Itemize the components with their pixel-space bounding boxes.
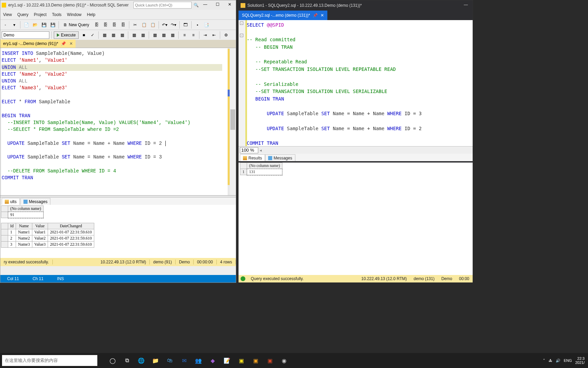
menu-view[interactable]: View <box>3 12 12 17</box>
activity-icon[interactable]: ▪ <box>194 21 201 29</box>
tab-messages[interactable]: Messages <box>265 154 295 161</box>
tab-messages[interactable]: Messages <box>20 198 51 205</box>
minimize-button[interactable]: — <box>200 2 210 8</box>
uncomment-icon[interactable]: ≡ <box>190 31 197 39</box>
table-row[interactable]: 2 Name2 Value2 2021-01-07 22:31:59.610 <box>1 235 94 242</box>
table-row[interactable]: 1 Name1 Value1 2021-01-07 22:31:59.610 <box>1 229 94 235</box>
include-stats-icon[interactable]: ▦ <box>139 31 147 39</box>
pycharm-icon[interactable]: ▣ <box>236 355 246 366</box>
execute-button[interactable]: Execute <box>54 31 79 39</box>
table-row[interactable]: 1 131 <box>240 169 282 175</box>
window-titlebar-left[interactable]: ery1.sql - 10.222.49.13.Demo (demo (91))… <box>0 0 236 10</box>
nav-fwd-icon[interactable]: ▾ <box>11 21 18 29</box>
results-file-icon[interactable]: ▦ <box>169 31 176 39</box>
indent-icon[interactable]: ⇥ <box>201 31 209 39</box>
maximize-button[interactable]: ☐ <box>213 2 222 8</box>
windows-taskbar[interactable]: 在这里输入你要搜索的内容 ◯ ⧉ 🌐 📁 🛍 ✉ 👥 ◆ 📝 ▣ ▣ ▣ ◉ ˄… <box>0 353 588 368</box>
save-all-icon[interactable]: 💾 <box>49 21 56 29</box>
analysis-icon[interactable]: 🗄 <box>102 21 109 29</box>
new-query-button[interactable]: 🗎 New Query <box>61 21 92 29</box>
properties-icon[interactable]: 🗔 <box>182 21 189 29</box>
grid1-header: (No column name) <box>8 206 44 212</box>
specify-values-icon[interactable]: ⚙ <box>222 31 230 39</box>
rgrid-cell[interactable]: 131 <box>247 169 282 175</box>
tab-pin-icon[interactable]: 📌 <box>313 13 318 18</box>
is-icon[interactable]: 🗄 <box>119 21 127 29</box>
menu-help[interactable]: Help <box>87 12 96 17</box>
table-row[interactable]: 91 <box>1 212 44 218</box>
stop-icon[interactable]: ■ <box>80 31 87 39</box>
ime-indicator[interactable]: ENG <box>564 358 572 363</box>
ssms-window-right[interactable]: Solution1 - SQLQuery2.sql - 10.222.49.13… <box>238 0 473 281</box>
report-icon[interactable]: 🗄 <box>111 21 118 29</box>
intellij-icon[interactable]: ▣ <box>250 355 261 366</box>
network-icon[interactable]: 🖧 <box>549 358 552 363</box>
tray-time[interactable]: 22:3 <box>575 356 585 361</box>
paste-icon[interactable]: 📋 <box>149 21 157 29</box>
results-grid-right[interactable]: (No column name) 1 131 <box>239 163 473 275</box>
open-icon[interactable]: 📂 <box>31 21 39 29</box>
task-view-icon[interactable]: ⧉ <box>122 355 132 366</box>
obs-icon[interactable]: ◉ <box>279 355 289 366</box>
ssms-window-left[interactable]: ery1.sql - 10.222.49.13.Demo (demo (91))… <box>0 0 236 283</box>
query-options-icon[interactable]: ▦ <box>110 31 117 39</box>
database-combo[interactable] <box>2 31 49 39</box>
tray-chevron-icon[interactable]: ˄ <box>543 358 545 363</box>
outdent-icon[interactable]: ⇤ <box>210 31 218 39</box>
estimated-plan-icon[interactable]: ▦ <box>101 31 108 39</box>
template-icon[interactable]: 📑 <box>202 21 210 29</box>
quick-launch-input[interactable] <box>133 2 192 9</box>
intellisense-icon[interactable]: ▦ <box>118 31 126 39</box>
fold-toggle-icon[interactable]: - <box>240 34 243 37</box>
cortana-icon[interactable]: ◯ <box>108 355 118 366</box>
tab-results[interactable]: Results <box>240 154 265 161</box>
tab-results[interactable]: ults <box>2 198 20 205</box>
store-icon[interactable]: 🛍 <box>165 355 175 366</box>
volume-icon[interactable]: 🔊 <box>556 358 560 363</box>
teams-icon[interactable]: 👥 <box>193 355 203 366</box>
search-icon[interactable]: 🔍 <box>194 3 198 7</box>
taskbar-search-input[interactable]: 在这里输入你要搜索的内容 <box>2 355 97 366</box>
grid1-cell[interactable]: 91 <box>8 212 44 218</box>
system-tray[interactable]: ˄ 🖧 🔊 ENG 22:3 2021/ <box>543 356 588 365</box>
menu-project[interactable]: Project <box>34 12 46 17</box>
new-item-icon[interactable]: 📄 <box>22 21 30 29</box>
results-grid-left[interactable]: (No column name) 91 Id Name Value DateCh… <box>0 205 236 266</box>
copy-icon[interactable]: 📋 <box>140 21 148 29</box>
tab-close-icon[interactable]: ✕ <box>69 41 74 46</box>
mail-icon[interactable]: ✉ <box>179 355 189 366</box>
window-titlebar-right[interactable]: Solution1 - SQLQuery2.sql - 10.222.49.13… <box>239 0 473 11</box>
tab-query2[interactable]: SQLQuery2.sql -...emo (demo (131))* 📌 ✕ <box>239 11 327 20</box>
editor-scrollbar-left[interactable] <box>230 48 236 195</box>
visual-studio-icon[interactable]: ◆ <box>208 355 218 366</box>
table-row[interactable]: 3 Name3 Value3 2021-01-07 22:31:59.610 <box>1 242 94 248</box>
powerpoint-icon[interactable]: ▣ <box>265 355 275 366</box>
menu-window[interactable]: Window <box>67 12 82 17</box>
results-grid2[interactable]: Id Name Value DateChanged 1 Name1 Value1… <box>1 223 94 248</box>
close-button[interactable]: ✕ <box>225 2 234 8</box>
tab-close-icon[interactable]: ✕ <box>321 13 324 18</box>
redo-icon[interactable]: ↷▾ <box>170 21 177 29</box>
fold-toggle-icon[interactable]: - <box>240 21 243 25</box>
nav-back-icon[interactable]: ◦ <box>2 21 9 29</box>
results-text-icon[interactable]: ▦ <box>151 31 159 39</box>
sql-editor-left[interactable]: INSERT INTO SampleTable(Name, Value) ELE… <box>0 48 236 195</box>
results-grid-icon[interactable]: ▦ <box>160 31 167 39</box>
explorer-icon[interactable]: 📁 <box>150 355 161 366</box>
notepadpp-icon[interactable]: 📝 <box>222 355 232 366</box>
undo-icon[interactable]: ↶▾ <box>161 21 168 29</box>
edge-icon[interactable]: 🌐 <box>136 355 146 366</box>
save-icon[interactable]: 💾 <box>40 21 48 29</box>
tab-pin-icon[interactable]: 📌 <box>61 41 66 46</box>
tab-query1[interactable]: ery1.sql -...Demo (demo (91))* 📌 ✕ <box>0 40 76 48</box>
parse-icon[interactable]: ✓ <box>89 31 96 39</box>
cut-icon[interactable]: ✂ <box>131 21 139 29</box>
minimize-button[interactable]: — <box>461 2 471 9</box>
menu-query[interactable]: Query <box>17 12 29 17</box>
tray-date[interactable]: 2021/ <box>575 361 585 365</box>
sql-editor-right[interactable]: - - SELECT @@SPID -- Read committed -- B… <box>239 20 473 146</box>
menu-tools[interactable]: Tools <box>52 12 62 17</box>
comment-icon[interactable]: ≡ <box>181 31 188 39</box>
db-engine-icon[interactable]: 🗄 <box>93 21 100 29</box>
include-plan-icon[interactable]: ▦ <box>130 31 138 39</box>
